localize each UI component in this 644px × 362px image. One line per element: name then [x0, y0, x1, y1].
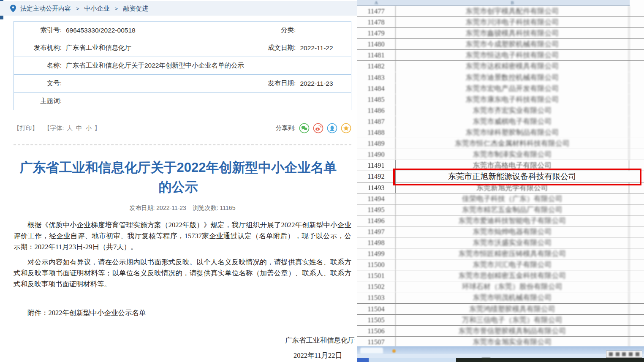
favorite-star-icon[interactable]	[341, 123, 351, 133]
company-name-cell: 东莞市精艺五金制品厂有限公司	[396, 204, 629, 215]
paragraph: 根据《优质中小企业梯度培育管理实施方案（2022年版）》规定，我厅组织开展了20…	[14, 220, 351, 252]
company-name-cell: 东莞市恒匠精密压铸模具有限公司	[396, 248, 629, 259]
row-number-cell: 11486	[357, 105, 396, 116]
breadcrumb-separator: >	[115, 5, 118, 12]
row-number-cell: 11503	[357, 292, 396, 303]
cell-publish-date: 发布日期: 2022-11-23	[211, 75, 351, 92]
column-header-a: A	[357, 0, 396, 5]
table-row: 11480 东莞市今成塑胶机械有限公司	[357, 39, 644, 50]
spreadsheet-panel: A B 11477 东莞市创宇模具配件有限公司 11478 东莞市川洋电子科技有…	[357, 0, 644, 362]
company-name-cell: 环球石材（东莞）股份有限公司	[396, 281, 629, 292]
row-number-cell: 11507	[357, 337, 396, 347]
row-number-cell: 11484	[357, 83, 396, 94]
company-name-cell: 佳荣电子科技（广东）有限公司	[396, 193, 629, 204]
row-number-cell: 11485	[357, 94, 396, 105]
font-size-large[interactable]: 大	[67, 125, 73, 131]
company-name-cell: 东莞市今成塑胶机械有限公司	[396, 39, 629, 49]
breadcrumb-separator: >	[76, 5, 79, 12]
table-row: 11499 东莞市恒匠精密压铸模具有限公司	[357, 248, 644, 259]
cell-issuing-agency: 发布机构: 广东省工业和信息化厅	[14, 39, 211, 57]
company-name-cell: 东莞市制泽实业有限公司	[396, 149, 629, 160]
row-number-cell: 11497	[357, 226, 396, 237]
company-name-cell: 东莞市恒达电子科技有限公司	[396, 50, 629, 60]
sheet-tab-dot	[392, 349, 396, 353]
table-row: 11506 东莞市誉信塑胶模具制品有限公司	[357, 326, 644, 337]
weibo-icon[interactable]	[313, 123, 323, 133]
row-number-cell: 11492	[357, 171, 396, 182]
font-size-medium[interactable]: 中	[76, 125, 82, 131]
row-number-cell: 11505	[357, 315, 396, 325]
table-row: 11507 东莞市金旭实业有限公司	[357, 337, 644, 348]
table-row: 11502 环球石材（东莞）股份有限公司	[357, 281, 644, 292]
row-number-cell: 11490	[357, 149, 396, 160]
font-size-small[interactable]: 小	[86, 125, 92, 131]
company-name-cell: 东莞市宏电产品开发有限公司	[396, 83, 629, 94]
row-number-cell: 11481	[357, 50, 396, 60]
row-number-cell: 11478	[357, 17, 396, 27]
table-row: 11483 东莞市迪景数控机械有限公司	[357, 72, 644, 83]
company-name-cell: 东莞鸿绩塑胶模具有限公司	[396, 304, 629, 314]
breadcrumb-item-financing[interactable]: 融资促进	[123, 5, 148, 13]
dashed-divider	[14, 144, 351, 145]
table-row: 11497 东莞市灿烨电器有限公司	[357, 226, 644, 237]
highlight-box	[393, 169, 641, 185]
company-name-cell: 东莞市誉信塑胶模具制品有限公司	[396, 326, 629, 336]
table-row: 名称: 广东省工业和信息化厅关于2022年创新型中小企业名单的公示	[14, 57, 351, 75]
cell-keywords: 主题词:	[14, 93, 351, 110]
company-name-cell: 东莞市迪景数控机械有限公司	[396, 72, 629, 83]
article-body: 根据《优质中小企业梯度培育管理实施方案（2022年版）》规定，我厅组织开展了20…	[14, 220, 351, 294]
company-name-cell: 东莞市爱迪科技智能电子有限公司	[396, 215, 629, 226]
cell-index-number: 索引号: 696453330/2022-00518	[14, 22, 211, 39]
wechat-icon[interactable]	[299, 123, 310, 133]
row-number-cell: 11496	[357, 215, 396, 226]
document-panel: 法定主动公开内容 > 中小企业 > 融资促进 索引号: 696453330/20…	[0, 0, 357, 362]
table-row: 11487 东莞市威棋电子有限公司	[357, 116, 644, 127]
company-name-cell: 东莞市灿烨电器有限公司	[396, 226, 629, 237]
company-name-cell: 东莞市绿科塑胶制品有限公司	[396, 127, 629, 138]
breadcrumb: 法定主动公开内容 > 中小企业 > 融资促进	[0, 1, 357, 16]
row-number-cell: 11494	[357, 193, 396, 204]
table-row: 11484 东莞市宏电产品开发有限公司	[357, 83, 644, 94]
view-count: 浏览次数: 11165	[193, 204, 236, 211]
company-name-cell: 东莞市创宇模具配件有限公司	[396, 6, 629, 16]
company-name-cell: 东莞市明茂机械有限公司	[396, 292, 629, 303]
table-row: 11490 东莞市制泽实业有限公司	[357, 149, 644, 160]
qq-icon[interactable]	[327, 123, 337, 133]
share-label: 分享到:	[275, 124, 296, 132]
page-title: 广东省工业和信息化厅关于2022年创新型中小企业名单的公示	[9, 158, 347, 197]
company-name-cell: 东莞市思创精密五金科技有限公司	[396, 270, 629, 281]
company-name-cell: 东莞市康东电子科技有限公司	[396, 94, 629, 105]
row-number-cell: 11488	[357, 127, 396, 138]
cell-written-date: 成文日期: 2022-11-22	[211, 39, 351, 57]
table-row: 11477 东莞市创宇模具配件有限公司	[357, 6, 644, 17]
attachment-link[interactable]: 附件：2022年创新型中小企业公示名单	[14, 308, 351, 318]
breadcrumb-item-sme[interactable]: 中小企业	[84, 5, 110, 13]
sheet-column-headers: A B	[357, 0, 630, 6]
breadcrumb-item-legal-disclosure[interactable]: 法定主动公开内容	[20, 5, 71, 13]
start-button-fragment	[357, 358, 369, 362]
row-number-cell: 11506	[357, 326, 396, 336]
table-row: 11505 万和三信电子（东莞）有限公司	[357, 315, 644, 326]
table-row: 11485 东莞市康东电子科技有限公司	[357, 94, 644, 105]
location-pin-icon	[10, 5, 16, 12]
table-row: 11488 东莞市绿科塑胶制品有限公司	[357, 127, 644, 138]
table-row: 11500 东莞市川汇电子有限公司	[357, 259, 644, 270]
row-number-cell: 11491	[357, 160, 396, 171]
signature-date: 2022年11月22日	[14, 351, 355, 360]
table-row: 11504 东莞鸿绩塑胶模具有限公司	[357, 304, 644, 315]
row-number-cell: 11487	[357, 116, 396, 127]
taskbar-icon-blob	[482, 358, 490, 362]
row-number-cell: 11495	[357, 204, 396, 215]
row-number-cell: 11498	[357, 237, 396, 248]
table-row: 11495 东莞市精艺五金制品厂有限公司	[357, 204, 644, 215]
row-number-cell: 11504	[357, 304, 396, 314]
row-number-cell: 11489	[357, 138, 396, 149]
article-meta: 发布日期: 2022-11-23 浏览次数: 11165	[14, 204, 351, 212]
table-row: 11503 东莞市明茂机械有限公司	[357, 292, 644, 303]
table-row: 索引号: 696453330/2022-00518 分类:	[14, 22, 351, 39]
row-number-cell: 11479	[357, 28, 396, 38]
company-name-cell: 东莞市威棋电子有限公司	[396, 116, 629, 127]
print-button[interactable]: 【打印】	[14, 124, 38, 132]
company-name-cell: 东莞市沃盛实业有限公司	[396, 237, 629, 248]
company-name-cell: 东莞市川汇电子有限公司	[396, 259, 629, 270]
